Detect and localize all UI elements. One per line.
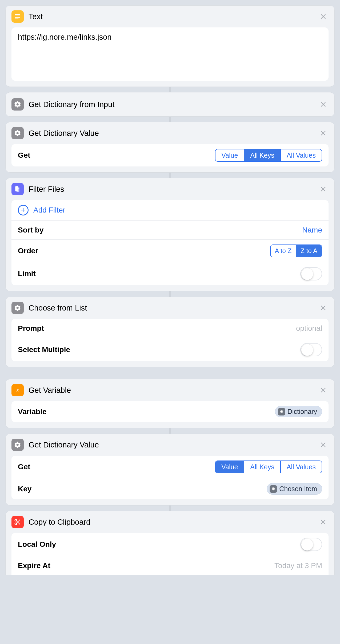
seg-value[interactable]: Value <box>215 149 244 161</box>
prompt-label: Prompt <box>18 324 44 333</box>
close-icon[interactable] <box>318 517 328 527</box>
action-title: Get Variable <box>29 386 318 395</box>
seg-all-keys[interactable]: All Keys <box>244 461 280 473</box>
order-label: Order <box>18 247 38 255</box>
variable-pill-label: Dictionary <box>287 408 317 415</box>
key-label: Key <box>18 485 31 493</box>
variable-label: Variable <box>18 407 46 416</box>
order-segmented-control[interactable]: A to Z Z to A <box>270 244 322 257</box>
prompt-input[interactable]: optional <box>296 324 322 333</box>
close-icon[interactable] <box>318 100 328 109</box>
close-icon[interactable] <box>318 303 328 313</box>
gear-icon <box>11 439 24 451</box>
action-title: Text <box>29 12 318 21</box>
connector <box>0 87 340 92</box>
connector <box>0 117 340 122</box>
svg-point-21 <box>15 519 17 521</box>
get-segmented-control[interactable]: Value All Keys All Values <box>215 460 322 473</box>
action-text: Text https://ig.nore.me/links.json <box>5 5 335 87</box>
connector <box>0 291 340 297</box>
action-filter-files: Filter Files + Add Filter Sort by Name O… <box>5 178 335 291</box>
connector <box>0 506 340 511</box>
action-title: Get Dictionary from Input <box>29 100 318 109</box>
sort-by-value[interactable]: Name <box>302 226 322 234</box>
connector <box>0 173 340 178</box>
get-segmented-control[interactable]: Value All Keys All Values <box>215 149 322 162</box>
action-get-variable: x Get Variable Variable Dictionary <box>5 379 335 428</box>
close-icon[interactable] <box>318 440 328 450</box>
seg-all-values[interactable]: All Values <box>280 461 322 473</box>
action-title: Copy to Clipboard <box>29 518 318 527</box>
svg-rect-2 <box>15 17 20 18</box>
gear-icon <box>11 98 24 111</box>
connector <box>0 428 340 434</box>
key-pill-label: Chosen Item <box>279 485 317 493</box>
get-label: Get <box>18 463 30 471</box>
action-get-dictionary-value-1: Get Dictionary Value Get Value All Keys … <box>5 122 335 173</box>
svg-rect-1 <box>15 16 20 16</box>
action-title: Get Dictionary Value <box>29 129 318 138</box>
action-title: Choose from List <box>29 304 318 312</box>
text-icon <box>11 10 24 23</box>
limit-toggle[interactable] <box>300 267 322 280</box>
action-title: Filter Files <box>29 185 318 194</box>
gear-icon <box>11 127 24 139</box>
files-icon <box>11 183 24 195</box>
plus-icon: + <box>18 205 29 215</box>
seg-all-values[interactable]: All Values <box>280 149 322 161</box>
seg-all-keys[interactable]: All Keys <box>244 149 280 161</box>
close-icon[interactable] <box>318 184 328 194</box>
action-choose-from-list: Choose from List Prompt optional Select … <box>5 297 335 367</box>
select-multiple-label: Select Multiple <box>18 345 70 354</box>
expire-at-label: Expire At <box>18 561 50 570</box>
seg-z-to-a[interactable]: Z to A <box>296 245 322 257</box>
add-filter-label: Add Filter <box>33 206 65 214</box>
action-get-dictionary-from-input: Get Dictionary from Input <box>5 92 335 117</box>
gear-icon <box>11 302 24 314</box>
action-title: Get Dictionary Value <box>29 441 318 449</box>
limit-label: Limit <box>18 270 36 278</box>
gear-mini-icon <box>278 408 285 415</box>
add-filter-button[interactable]: + Add Filter <box>11 200 329 220</box>
workflow-container: Text https://ig.nore.me/links.json Get D… <box>0 0 340 575</box>
seg-a-to-z[interactable]: A to Z <box>271 245 296 257</box>
seg-value[interactable]: Value <box>215 461 244 473</box>
gear-mini-icon <box>270 485 277 493</box>
variable-pill[interactable]: Dictionary <box>275 406 322 417</box>
action-get-dictionary-value-2: Get Dictionary Value Get Value All Keys … <box>5 434 335 506</box>
svg-point-22 <box>15 523 17 525</box>
select-multiple-toggle[interactable] <box>300 343 322 356</box>
action-copy-to-clipboard: Copy to Clipboard Local Only Expire At T… <box>5 511 335 575</box>
svg-text:x: x <box>16 387 19 393</box>
local-only-toggle[interactable] <box>300 538 322 551</box>
close-icon[interactable] <box>318 128 328 138</box>
get-label: Get <box>18 151 30 160</box>
variable-icon: x <box>11 384 24 396</box>
close-icon[interactable] <box>318 385 328 395</box>
scissors-icon <box>11 516 24 528</box>
svg-rect-3 <box>15 19 18 19</box>
local-only-label: Local Only <box>18 540 56 549</box>
text-input[interactable]: https://ig.nore.me/links.json <box>11 27 329 81</box>
key-pill[interactable]: Chosen Item <box>267 483 322 495</box>
expire-at-input[interactable]: Today at 3 PM <box>274 561 322 570</box>
close-icon[interactable] <box>318 12 328 21</box>
sort-by-label: Sort by <box>18 226 43 234</box>
svg-rect-0 <box>15 14 20 15</box>
